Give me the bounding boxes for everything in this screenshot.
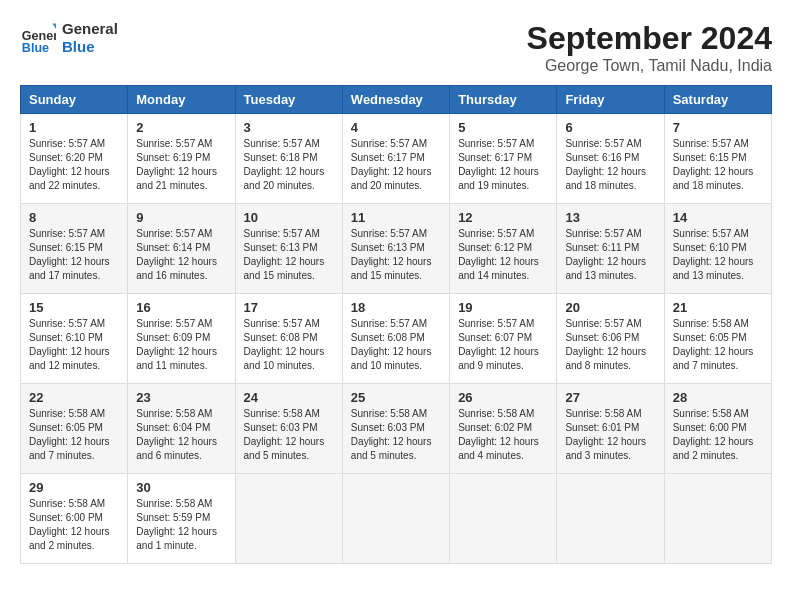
title-area: September 2024 George Town, Tamil Nadu, …	[527, 20, 772, 75]
day-info: Sunrise: 5:58 AM Sunset: 6:03 PM Dayligh…	[351, 407, 441, 463]
calendar-cell: 5 Sunrise: 5:57 AM Sunset: 6:17 PM Dayli…	[450, 114, 557, 204]
logo: General Blue General Blue	[20, 20, 118, 56]
calendar-week-row: 22 Sunrise: 5:58 AM Sunset: 6:05 PM Dayl…	[21, 384, 772, 474]
calendar-cell: 12 Sunrise: 5:57 AM Sunset: 6:12 PM Dayl…	[450, 204, 557, 294]
calendar-cell: 21 Sunrise: 5:58 AM Sunset: 6:05 PM Dayl…	[664, 294, 771, 384]
calendar-week-row: 15 Sunrise: 5:57 AM Sunset: 6:10 PM Dayl…	[21, 294, 772, 384]
day-number: 20	[565, 300, 655, 315]
calendar-cell: 20 Sunrise: 5:57 AM Sunset: 6:06 PM Dayl…	[557, 294, 664, 384]
header-tuesday: Tuesday	[235, 86, 342, 114]
header-wednesday: Wednesday	[342, 86, 449, 114]
day-number: 29	[29, 480, 119, 495]
calendar-cell: 22 Sunrise: 5:58 AM Sunset: 6:05 PM Dayl…	[21, 384, 128, 474]
day-number: 17	[244, 300, 334, 315]
calendar-cell	[342, 474, 449, 564]
day-number: 24	[244, 390, 334, 405]
day-info: Sunrise: 5:58 AM Sunset: 6:01 PM Dayligh…	[565, 407, 655, 463]
day-number: 21	[673, 300, 763, 315]
day-info: Sunrise: 5:57 AM Sunset: 6:08 PM Dayligh…	[244, 317, 334, 373]
day-info: Sunrise: 5:57 AM Sunset: 6:16 PM Dayligh…	[565, 137, 655, 193]
calendar-cell: 28 Sunrise: 5:58 AM Sunset: 6:00 PM Dayl…	[664, 384, 771, 474]
day-number: 1	[29, 120, 119, 135]
calendar-cell: 25 Sunrise: 5:58 AM Sunset: 6:03 PM Dayl…	[342, 384, 449, 474]
day-info: Sunrise: 5:57 AM Sunset: 6:07 PM Dayligh…	[458, 317, 548, 373]
calendar-cell: 27 Sunrise: 5:58 AM Sunset: 6:01 PM Dayl…	[557, 384, 664, 474]
calendar-cell	[557, 474, 664, 564]
day-number: 30	[136, 480, 226, 495]
calendar-cell: 9 Sunrise: 5:57 AM Sunset: 6:14 PM Dayli…	[128, 204, 235, 294]
calendar-cell: 15 Sunrise: 5:57 AM Sunset: 6:10 PM Dayl…	[21, 294, 128, 384]
days-header-row: Sunday Monday Tuesday Wednesday Thursday…	[21, 86, 772, 114]
day-number: 15	[29, 300, 119, 315]
svg-text:Blue: Blue	[22, 41, 49, 55]
day-info: Sunrise: 5:58 AM Sunset: 6:00 PM Dayligh…	[29, 497, 119, 553]
day-number: 14	[673, 210, 763, 225]
day-info: Sunrise: 5:57 AM Sunset: 6:10 PM Dayligh…	[29, 317, 119, 373]
day-number: 22	[29, 390, 119, 405]
day-number: 2	[136, 120, 226, 135]
day-info: Sunrise: 5:57 AM Sunset: 6:13 PM Dayligh…	[351, 227, 441, 283]
day-info: Sunrise: 5:57 AM Sunset: 6:06 PM Dayligh…	[565, 317, 655, 373]
calendar-cell: 24 Sunrise: 5:58 AM Sunset: 6:03 PM Dayl…	[235, 384, 342, 474]
day-info: Sunrise: 5:58 AM Sunset: 6:00 PM Dayligh…	[673, 407, 763, 463]
calendar-cell: 26 Sunrise: 5:58 AM Sunset: 6:02 PM Dayl…	[450, 384, 557, 474]
calendar-cell: 11 Sunrise: 5:57 AM Sunset: 6:13 PM Dayl…	[342, 204, 449, 294]
calendar-cell: 3 Sunrise: 5:57 AM Sunset: 6:18 PM Dayli…	[235, 114, 342, 204]
header-monday: Monday	[128, 86, 235, 114]
calendar-cell: 29 Sunrise: 5:58 AM Sunset: 6:00 PM Dayl…	[21, 474, 128, 564]
calendar-cell: 16 Sunrise: 5:57 AM Sunset: 6:09 PM Dayl…	[128, 294, 235, 384]
day-info: Sunrise: 5:58 AM Sunset: 6:05 PM Dayligh…	[673, 317, 763, 373]
calendar-cell: 14 Sunrise: 5:57 AM Sunset: 6:10 PM Dayl…	[664, 204, 771, 294]
calendar-cell	[450, 474, 557, 564]
day-info: Sunrise: 5:57 AM Sunset: 6:15 PM Dayligh…	[29, 227, 119, 283]
header-saturday: Saturday	[664, 86, 771, 114]
month-title: September 2024	[527, 20, 772, 57]
day-number: 13	[565, 210, 655, 225]
calendar-table: Sunday Monday Tuesday Wednesday Thursday…	[20, 85, 772, 564]
calendar-cell: 30 Sunrise: 5:58 AM Sunset: 5:59 PM Dayl…	[128, 474, 235, 564]
calendar-cell: 18 Sunrise: 5:57 AM Sunset: 6:08 PM Dayl…	[342, 294, 449, 384]
day-info: Sunrise: 5:58 AM Sunset: 6:05 PM Dayligh…	[29, 407, 119, 463]
day-number: 26	[458, 390, 548, 405]
day-number: 16	[136, 300, 226, 315]
calendar-week-row: 29 Sunrise: 5:58 AM Sunset: 6:00 PM Dayl…	[21, 474, 772, 564]
day-info: Sunrise: 5:57 AM Sunset: 6:08 PM Dayligh…	[351, 317, 441, 373]
calendar-cell: 4 Sunrise: 5:57 AM Sunset: 6:17 PM Dayli…	[342, 114, 449, 204]
day-info: Sunrise: 5:57 AM Sunset: 6:19 PM Dayligh…	[136, 137, 226, 193]
calendar-week-row: 8 Sunrise: 5:57 AM Sunset: 6:15 PM Dayli…	[21, 204, 772, 294]
day-number: 3	[244, 120, 334, 135]
calendar-cell: 10 Sunrise: 5:57 AM Sunset: 6:13 PM Dayl…	[235, 204, 342, 294]
day-info: Sunrise: 5:57 AM Sunset: 6:17 PM Dayligh…	[351, 137, 441, 193]
page-header: General Blue General Blue September 2024…	[20, 20, 772, 75]
day-info: Sunrise: 5:57 AM Sunset: 6:12 PM Dayligh…	[458, 227, 548, 283]
day-number: 12	[458, 210, 548, 225]
calendar-cell: 13 Sunrise: 5:57 AM Sunset: 6:11 PM Dayl…	[557, 204, 664, 294]
calendar-cell: 19 Sunrise: 5:57 AM Sunset: 6:07 PM Dayl…	[450, 294, 557, 384]
day-number: 23	[136, 390, 226, 405]
day-info: Sunrise: 5:58 AM Sunset: 5:59 PM Dayligh…	[136, 497, 226, 553]
day-info: Sunrise: 5:57 AM Sunset: 6:17 PM Dayligh…	[458, 137, 548, 193]
day-number: 25	[351, 390, 441, 405]
day-number: 7	[673, 120, 763, 135]
header-friday: Friday	[557, 86, 664, 114]
day-number: 19	[458, 300, 548, 315]
calendar-cell: 8 Sunrise: 5:57 AM Sunset: 6:15 PM Dayli…	[21, 204, 128, 294]
calendar-cell: 1 Sunrise: 5:57 AM Sunset: 6:20 PM Dayli…	[21, 114, 128, 204]
header-sunday: Sunday	[21, 86, 128, 114]
day-info: Sunrise: 5:57 AM Sunset: 6:18 PM Dayligh…	[244, 137, 334, 193]
day-number: 18	[351, 300, 441, 315]
logo-general: General	[62, 20, 118, 38]
day-number: 5	[458, 120, 548, 135]
day-info: Sunrise: 5:57 AM Sunset: 6:09 PM Dayligh…	[136, 317, 226, 373]
calendar-cell: 23 Sunrise: 5:58 AM Sunset: 6:04 PM Dayl…	[128, 384, 235, 474]
day-info: Sunrise: 5:57 AM Sunset: 6:20 PM Dayligh…	[29, 137, 119, 193]
logo-blue: Blue	[62, 38, 118, 56]
day-number: 11	[351, 210, 441, 225]
day-number: 10	[244, 210, 334, 225]
calendar-week-row: 1 Sunrise: 5:57 AM Sunset: 6:20 PM Dayli…	[21, 114, 772, 204]
day-info: Sunrise: 5:57 AM Sunset: 6:15 PM Dayligh…	[673, 137, 763, 193]
calendar-cell: 17 Sunrise: 5:57 AM Sunset: 6:08 PM Dayl…	[235, 294, 342, 384]
day-info: Sunrise: 5:57 AM Sunset: 6:13 PM Dayligh…	[244, 227, 334, 283]
day-number: 6	[565, 120, 655, 135]
calendar-cell	[664, 474, 771, 564]
